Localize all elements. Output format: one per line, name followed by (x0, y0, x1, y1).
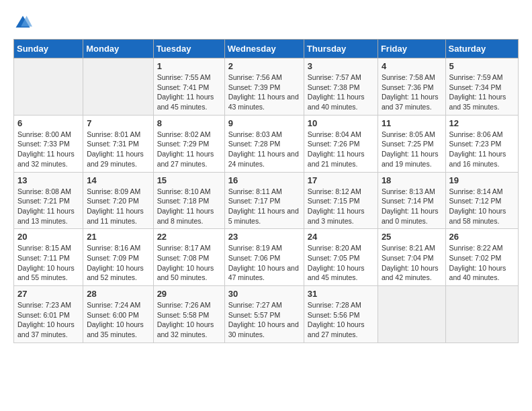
day-number: 14 (87, 175, 149, 185)
day-number: 24 (308, 232, 374, 242)
day-number: 19 (449, 175, 515, 185)
day-number: 25 (382, 232, 442, 242)
calendar-cell: 1Sunrise: 7:55 AM Sunset: 7:41 PM Daylig… (153, 58, 224, 116)
day-info: Sunrise: 8:01 AM Sunset: 7:31 PM Dayligh… (87, 130, 149, 169)
day-info: Sunrise: 7:28 AM Sunset: 5:56 PM Dayligh… (308, 300, 374, 340)
calendar-cell (14, 58, 83, 116)
day-number: 8 (157, 118, 221, 128)
day-info: Sunrise: 8:20 AM Sunset: 7:05 PM Dayligh… (308, 243, 374, 283)
logo (13, 13, 35, 32)
day-info: Sunrise: 8:14 AM Sunset: 7:12 PM Dayligh… (449, 187, 515, 226)
day-info: Sunrise: 8:15 AM Sunset: 7:11 PM Dayligh… (17, 243, 79, 283)
week-row-5: 27Sunrise: 7:23 AM Sunset: 6:01 PM Dayli… (14, 286, 519, 343)
day-info: Sunrise: 8:10 AM Sunset: 7:18 PM Dayligh… (157, 187, 221, 226)
calendar-cell: 27Sunrise: 7:23 AM Sunset: 6:01 PM Dayli… (14, 286, 83, 343)
day-info: Sunrise: 8:02 AM Sunset: 7:29 PM Dayligh… (157, 130, 221, 169)
header-row: SundayMondayTuesdayWednesdayThursdayFrid… (14, 40, 519, 58)
day-info: Sunrise: 8:08 AM Sunset: 7:21 PM Dayligh… (17, 187, 79, 226)
calendar-cell: 25Sunrise: 8:21 AM Sunset: 7:04 PM Dayli… (378, 229, 445, 286)
day-number: 10 (308, 118, 374, 128)
header-day-sunday: Sunday (14, 40, 83, 58)
day-info: Sunrise: 7:56 AM Sunset: 7:39 PM Dayligh… (228, 73, 300, 112)
calendar-cell: 3Sunrise: 7:57 AM Sunset: 7:38 PM Daylig… (304, 58, 378, 116)
day-number: 6 (17, 118, 79, 128)
day-info: Sunrise: 7:55 AM Sunset: 7:41 PM Dayligh… (157, 73, 221, 112)
day-number: 30 (228, 289, 300, 299)
week-row-1: 1Sunrise: 7:55 AM Sunset: 7:41 PM Daylig… (14, 58, 519, 116)
day-info: Sunrise: 7:58 AM Sunset: 7:36 PM Dayligh… (382, 73, 442, 112)
day-info: Sunrise: 7:26 AM Sunset: 5:58 PM Dayligh… (157, 300, 221, 340)
day-info: Sunrise: 8:19 AM Sunset: 7:06 PM Dayligh… (228, 243, 300, 283)
day-number: 13 (17, 175, 79, 185)
calendar-cell: 2Sunrise: 7:56 AM Sunset: 7:39 PM Daylig… (224, 58, 304, 116)
calendar-cell: 15Sunrise: 8:10 AM Sunset: 7:18 PM Dayli… (153, 172, 224, 229)
page-header (13, 13, 519, 32)
calendar-cell: 13Sunrise: 8:08 AM Sunset: 7:21 PM Dayli… (14, 172, 83, 229)
calendar-cell: 11Sunrise: 8:05 AM Sunset: 7:25 PM Dayli… (378, 115, 445, 172)
day-number: 29 (157, 289, 221, 299)
week-row-4: 20Sunrise: 8:15 AM Sunset: 7:11 PM Dayli… (14, 229, 519, 286)
day-number: 26 (449, 232, 515, 242)
header-day-thursday: Thursday (304, 40, 378, 58)
day-number: 22 (157, 232, 221, 242)
calendar-cell: 20Sunrise: 8:15 AM Sunset: 7:11 PM Dayli… (14, 229, 83, 286)
calendar-cell: 22Sunrise: 8:17 AM Sunset: 7:08 PM Dayli… (153, 229, 224, 286)
day-number: 18 (382, 175, 442, 185)
day-info: Sunrise: 8:13 AM Sunset: 7:14 PM Dayligh… (382, 187, 442, 226)
calendar-cell: 5Sunrise: 7:59 AM Sunset: 7:34 PM Daylig… (445, 58, 518, 116)
day-number: 12 (449, 118, 515, 128)
week-row-3: 13Sunrise: 8:08 AM Sunset: 7:21 PM Dayli… (14, 172, 519, 229)
day-number: 11 (382, 118, 442, 128)
header-day-saturday: Saturday (445, 40, 518, 58)
day-number: 2 (228, 61, 300, 71)
day-number: 27 (17, 289, 79, 299)
day-info: Sunrise: 8:17 AM Sunset: 7:08 PM Dayligh… (157, 243, 221, 283)
calendar-cell: 7Sunrise: 8:01 AM Sunset: 7:31 PM Daylig… (83, 115, 153, 172)
day-number: 5 (449, 61, 515, 71)
calendar-cell: 10Sunrise: 8:04 AM Sunset: 7:26 PM Dayli… (304, 115, 378, 172)
calendar-cell: 28Sunrise: 7:24 AM Sunset: 6:00 PM Dayli… (83, 286, 153, 343)
day-info: Sunrise: 7:27 AM Sunset: 5:57 PM Dayligh… (228, 300, 300, 340)
day-info: Sunrise: 8:11 AM Sunset: 7:17 PM Dayligh… (228, 187, 300, 226)
day-info: Sunrise: 8:04 AM Sunset: 7:26 PM Dayligh… (308, 130, 374, 169)
calendar-cell: 8Sunrise: 8:02 AM Sunset: 7:29 PM Daylig… (153, 115, 224, 172)
calendar-table: SundayMondayTuesdayWednesdayThursdayFrid… (13, 39, 519, 343)
day-info: Sunrise: 8:21 AM Sunset: 7:04 PM Dayligh… (382, 243, 442, 283)
day-number: 20 (17, 232, 79, 242)
day-number: 1 (157, 61, 221, 71)
day-info: Sunrise: 8:22 AM Sunset: 7:02 PM Dayligh… (449, 243, 515, 283)
day-info: Sunrise: 8:12 AM Sunset: 7:15 PM Dayligh… (308, 187, 374, 226)
day-info: Sunrise: 8:05 AM Sunset: 7:25 PM Dayligh… (382, 130, 442, 169)
day-number: 4 (382, 61, 442, 71)
header-day-friday: Friday (378, 40, 445, 58)
day-info: Sunrise: 7:23 AM Sunset: 6:01 PM Dayligh… (17, 300, 79, 340)
calendar-cell: 21Sunrise: 8:16 AM Sunset: 7:09 PM Dayli… (83, 229, 153, 286)
day-info: Sunrise: 8:06 AM Sunset: 7:23 PM Dayligh… (449, 130, 515, 169)
day-info: Sunrise: 7:57 AM Sunset: 7:38 PM Dayligh… (308, 73, 374, 112)
calendar-cell: 31Sunrise: 7:28 AM Sunset: 5:56 PM Dayli… (304, 286, 378, 343)
day-number: 17 (308, 175, 374, 185)
day-number: 3 (308, 61, 374, 71)
calendar-cell: 14Sunrise: 8:09 AM Sunset: 7:20 PM Dayli… (83, 172, 153, 229)
calendar-cell: 18Sunrise: 8:13 AM Sunset: 7:14 PM Dayli… (378, 172, 445, 229)
day-number: 21 (87, 232, 149, 242)
calendar-cell: 26Sunrise: 8:22 AM Sunset: 7:02 PM Dayli… (445, 229, 518, 286)
calendar-cell: 23Sunrise: 8:19 AM Sunset: 7:06 PM Dayli… (224, 229, 304, 286)
calendar-cell: 30Sunrise: 7:27 AM Sunset: 5:57 PM Dayli… (224, 286, 304, 343)
calendar-cell (378, 286, 445, 343)
day-number: 31 (308, 289, 374, 299)
logo-icon (13, 13, 32, 32)
day-number: 23 (228, 232, 300, 242)
calendar-cell: 24Sunrise: 8:20 AM Sunset: 7:05 PM Dayli… (304, 229, 378, 286)
calendar-cell: 17Sunrise: 8:12 AM Sunset: 7:15 PM Dayli… (304, 172, 378, 229)
day-info: Sunrise: 8:16 AM Sunset: 7:09 PM Dayligh… (87, 243, 149, 283)
calendar-cell (83, 58, 153, 116)
day-info: Sunrise: 7:59 AM Sunset: 7:34 PM Dayligh… (449, 73, 515, 112)
day-number: 7 (87, 118, 149, 128)
day-info: Sunrise: 8:00 AM Sunset: 7:33 PM Dayligh… (17, 130, 79, 169)
day-number: 9 (228, 118, 300, 128)
day-info: Sunrise: 8:09 AM Sunset: 7:20 PM Dayligh… (87, 187, 149, 226)
calendar-cell: 9Sunrise: 8:03 AM Sunset: 7:28 PM Daylig… (224, 115, 304, 172)
calendar-cell (445, 286, 518, 343)
day-info: Sunrise: 7:24 AM Sunset: 6:00 PM Dayligh… (87, 300, 149, 340)
